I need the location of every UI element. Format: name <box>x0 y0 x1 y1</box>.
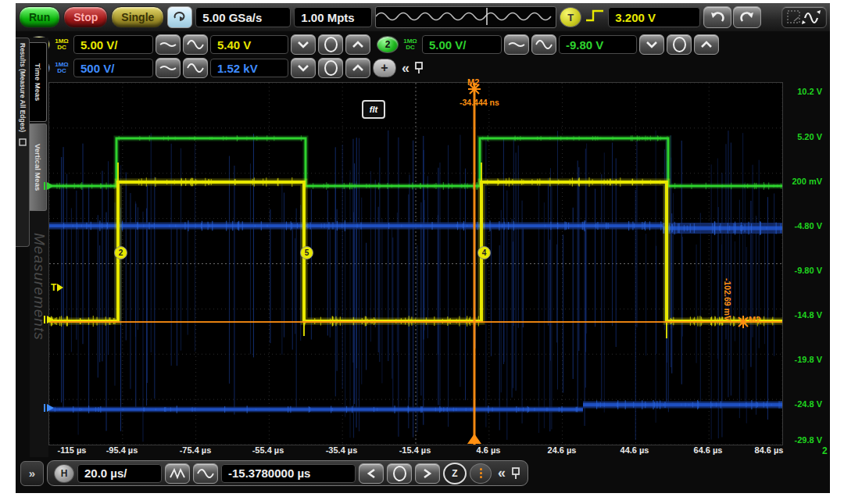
channel-1-scale-down-button[interactable] <box>156 34 181 55</box>
edge-number-4: 4 <box>477 246 491 259</box>
channel-3-offset-up-button[interactable] <box>345 58 370 78</box>
delay-left-button[interactable] <box>359 463 384 484</box>
chevron-up-icon <box>700 41 713 48</box>
stop-button[interactable]: Stop <box>63 6 108 28</box>
channel-2-offset-zero-button[interactable] <box>667 34 692 55</box>
channel-2-scale-field[interactable]: 5.00 V/ <box>422 35 502 54</box>
acquisition-cycle-button[interactable] <box>167 6 192 28</box>
edge-number-5: 5 <box>300 246 313 259</box>
horizontal-panel: H 20.0 µs/ -15.3780000 µs Z « <box>47 460 528 486</box>
channel-1-scale-field[interactable]: 5.00 V/ <box>73 35 153 54</box>
trigger-edge-icon[interactable] <box>585 8 605 27</box>
single-button[interactable]: Single <box>111 6 164 28</box>
run-button[interactable]: Run <box>19 6 60 28</box>
channel-1-offset-down-button[interactable] <box>291 34 316 55</box>
channel-2-offset-down-button[interactable] <box>639 34 664 55</box>
chevron-left-icon <box>367 468 376 479</box>
channel-1-scale-up-button[interactable] <box>183 34 208 55</box>
channel-1-offset-field[interactable]: 5.40 V <box>210 35 288 54</box>
y-axis-label: -4.80 V <box>795 221 822 231</box>
y-axis-label: -14.8 V <box>795 310 822 320</box>
touch-waveform-button[interactable] <box>781 6 827 28</box>
pin-icon[interactable] <box>510 467 521 480</box>
channel-2-button[interactable]: 2 <box>377 36 399 53</box>
waveform-arrows-icon <box>786 9 822 26</box>
undo-redo-group <box>703 6 761 28</box>
m2-voltage-value: -102.69 mV <box>723 278 732 321</box>
tab-time-meas[interactable]: Time Meas <box>30 42 47 122</box>
waveform-canvas <box>49 83 782 445</box>
undo-button[interactable] <box>703 6 731 28</box>
trigger-t-label: T <box>51 282 56 293</box>
x-axis-label: 64.6 µs <box>694 445 723 455</box>
channel-3-scale-up-button[interactable] <box>183 58 208 78</box>
x-axis-label: -115 µs <box>58 445 87 455</box>
voltage-axis: 10.2 V5.20 V200 mV-4.80 V-9.80 V-14.8 V-… <box>781 82 830 447</box>
redo-button[interactable] <box>733 6 761 28</box>
channel-1-ground-marker[interactable] <box>42 314 58 325</box>
channel-3-ground-marker[interactable] <box>42 402 58 413</box>
trigger-source-button[interactable]: T <box>560 7 581 27</box>
channel-3-scale-field[interactable]: 500 V/ <box>73 59 153 77</box>
trigger-level-marker[interactable]: T <box>51 282 71 293</box>
more-options-button[interactable] <box>470 463 492 484</box>
channel-row-1: 1 1MΩ DC 5.00 V/ 5.40 V 2 1MΩ DC 5.00 V/… <box>28 33 719 56</box>
channel-3-offset-down-button[interactable] <box>291 58 316 78</box>
channel-3-coupling: 1MΩ DC <box>52 62 71 74</box>
channel-3-offset-field[interactable]: 1.52 kV <box>210 59 288 77</box>
results-tab-label: Results (Measure All Edges) <box>19 43 27 132</box>
channel-2-offset-up-button[interactable] <box>694 34 719 55</box>
channel-1-offset-zero-button[interactable] <box>318 34 343 55</box>
zero-icon <box>673 37 686 52</box>
channel-2-scale-down-button[interactable] <box>504 34 529 55</box>
horizontal-button[interactable]: H <box>54 464 74 483</box>
coupling-label: DC <box>52 68 71 74</box>
narrow-wave-icon <box>169 468 186 479</box>
trigger-level-field[interactable]: 3.200 V <box>608 7 700 27</box>
add-waveform-button[interactable]: + <box>373 59 396 77</box>
chevron-right-icon <box>423 468 432 479</box>
delay-field[interactable]: -15.3780000 µs <box>221 464 356 483</box>
channel-3-offset-zero-button[interactable] <box>318 58 343 78</box>
sample-rate-field: 5.00 GSa/s <box>195 7 291 27</box>
channel-3-scale-down-button[interactable] <box>156 58 181 78</box>
small-wave-icon <box>159 40 177 49</box>
acquisition-preview[interactable] <box>375 6 556 28</box>
timebase-zoom-out-button[interactable] <box>193 463 218 484</box>
chevron-down-icon <box>646 41 658 48</box>
results-tab[interactable]: Results (Measure All Edges) <box>16 38 30 247</box>
x-axis-label: -75.4 µs <box>180 445 212 455</box>
measurement-sidebar: Time Meas Vertical Meas Measurements <box>30 38 48 457</box>
redo-icon <box>739 11 755 23</box>
zoom-mode-button[interactable]: Z <box>443 463 467 484</box>
channel-2-scale-up-button[interactable] <box>531 34 556 55</box>
zero-icon <box>324 60 338 76</box>
y-axis-label: -24.8 V <box>795 399 822 409</box>
expand-panel-button[interactable]: » <box>20 461 44 486</box>
large-wave-icon <box>187 62 204 74</box>
waveform-display[interactable]: M2 -34.444 ns flt 2 5 4 -102.69 mV M2 T <box>48 82 783 445</box>
m2-star-right-icon <box>737 316 749 328</box>
preview-waveform-icon <box>376 7 556 26</box>
y-axis-label: -9.80 V <box>795 266 822 275</box>
chevron-up-icon <box>352 64 364 72</box>
small-wave-icon <box>508 40 525 49</box>
channel-2-ground-marker[interactable] <box>42 181 58 191</box>
channel-1-offset-up-button[interactable] <box>345 34 370 55</box>
m2-right-label: M2 <box>749 315 760 324</box>
tab-vertical-meas[interactable]: Vertical Meas <box>30 123 47 211</box>
channel-2-offset-field[interactable]: -9.80 V <box>559 35 637 54</box>
channel-1-coupling: 1MΩ DC <box>52 38 71 51</box>
delay-right-button[interactable] <box>415 463 440 484</box>
pin-icon[interactable] <box>413 62 424 74</box>
collapse-hbar-button[interactable]: « <box>495 465 507 481</box>
delay-zero-button[interactable] <box>387 463 412 484</box>
cycle-arrow-icon <box>173 9 187 25</box>
coupling-label: DC <box>52 45 71 51</box>
collapse-controls-button[interactable]: « <box>399 60 411 77</box>
x-axis-label: -15.4 µs <box>399 445 431 455</box>
timebase-zoom-in-button[interactable] <box>165 463 190 484</box>
timebase-field[interactable]: 20.0 µs/ <box>77 464 162 483</box>
marker-bottom-triangle <box>467 434 481 444</box>
dot-icon <box>480 472 482 474</box>
